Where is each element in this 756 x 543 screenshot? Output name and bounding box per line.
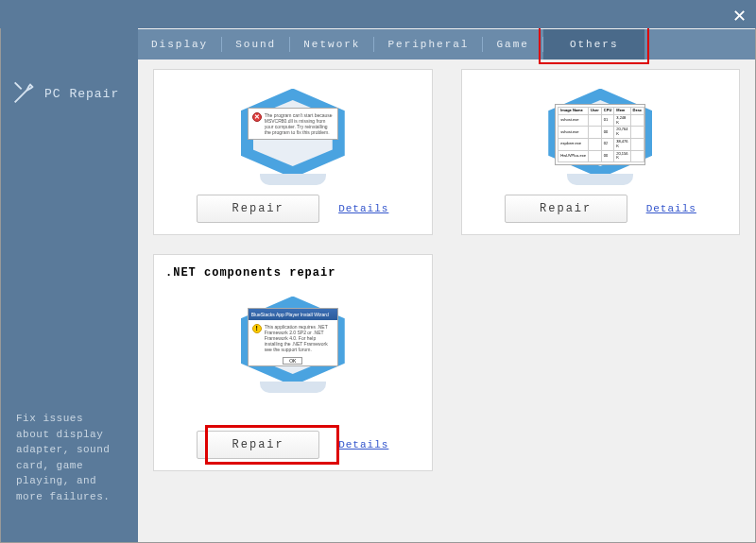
main-panel: Display Sound Network Peripheral Game Ot… xyxy=(138,1,755,542)
details-link[interactable]: Details xyxy=(338,439,388,450)
tab-peripheral[interactable]: Peripheral xyxy=(374,29,482,59)
card-title: .NET components repair xyxy=(165,266,421,280)
details-link[interactable]: Details xyxy=(646,203,696,214)
details-link[interactable]: Details xyxy=(338,203,388,214)
title-bar: ✕ xyxy=(0,0,756,28)
repair-card-net: .NET components repair BlueStacks App Pl… xyxy=(153,254,433,471)
tools-icon xyxy=(10,80,37,107)
sidebar: PC Repair Fix issues about display adapt… xyxy=(1,1,138,542)
tab-display[interactable]: Display xyxy=(138,29,221,59)
sidebar-title: PC Repair xyxy=(44,87,119,101)
repair-card: ✕ The program can't start because MSVCR8… xyxy=(153,69,433,235)
tab-sound[interactable]: Sound xyxy=(222,29,289,59)
tab-others[interactable]: Others xyxy=(543,29,645,59)
sidebar-header: PC Repair xyxy=(10,80,129,107)
card-thumbnail: ✕ The program can't start because MSVCR8… xyxy=(222,81,364,185)
app-window: ✕ PC Repair Fix issues about display ada… xyxy=(0,0,756,543)
sidebar-description: Fix issues about display adapter, sound … xyxy=(16,411,123,504)
dialog-titlebar: BlueStacks App Player Install Wizard xyxy=(249,309,337,320)
repair-button[interactable]: Repair xyxy=(197,431,319,459)
repair-button[interactable]: Repair xyxy=(197,195,319,223)
warning-icon: ! xyxy=(252,324,262,333)
close-icon[interactable]: ✕ xyxy=(732,6,747,26)
repair-card: Image NameUserCPUMemDesc svhost.exe013,2… xyxy=(461,69,741,235)
tab-game[interactable]: Game xyxy=(483,29,541,59)
card-thumbnail: Image NameUserCPUMemDesc svhost.exe013,2… xyxy=(529,81,671,185)
tab-bar: Display Sound Network Peripheral Game Ot… xyxy=(138,29,755,59)
repair-button[interactable]: Repair xyxy=(505,195,627,223)
error-icon: ✕ xyxy=(252,112,262,122)
card-grid: ✕ The program can't start because MSVCR8… xyxy=(138,59,755,542)
tab-network[interactable]: Network xyxy=(290,29,373,59)
card-thumbnail: BlueStacks App Player Install Wizard ! T… xyxy=(222,289,364,393)
